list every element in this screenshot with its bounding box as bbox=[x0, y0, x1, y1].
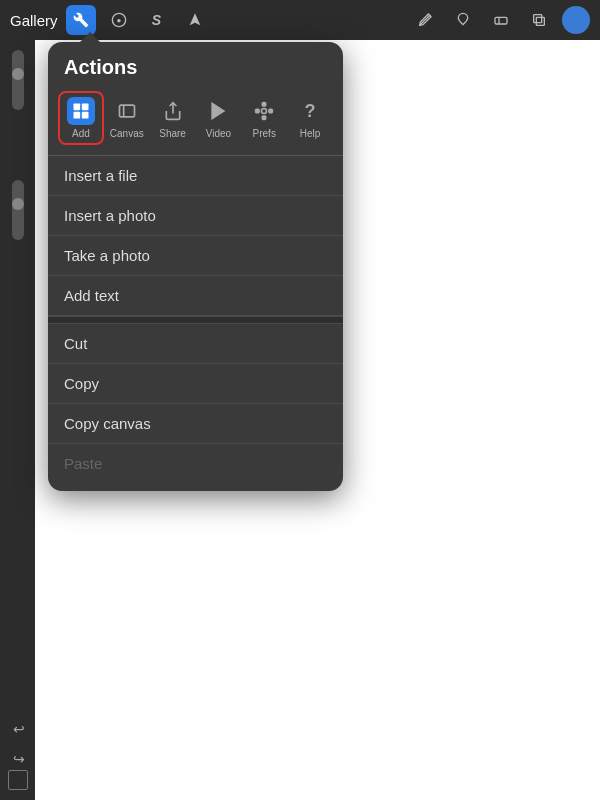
svg-rect-19 bbox=[269, 109, 272, 112]
actions-popup: Actions Add Canvas bbox=[48, 42, 343, 491]
video-tab-icon bbox=[204, 97, 232, 125]
tab-help[interactable]: ? Help bbox=[287, 91, 333, 145]
menu-item-take-photo[interactable]: Take a photo bbox=[48, 236, 343, 276]
menu-item-copy[interactable]: Copy bbox=[48, 364, 343, 404]
layer-thumbnail[interactable] bbox=[8, 770, 28, 790]
svg-rect-3 bbox=[495, 17, 507, 24]
svg-rect-7 bbox=[73, 104, 80, 111]
popup-tabs: Add Canvas Share bbox=[48, 89, 343, 155]
menu-section-gap bbox=[48, 316, 343, 324]
opacity-slider[interactable] bbox=[12, 180, 24, 240]
svg-rect-16 bbox=[263, 103, 266, 106]
svg-text:●: ● bbox=[116, 16, 121, 25]
prefs-tab-icon bbox=[250, 97, 278, 125]
prefs-tab-label: Prefs bbox=[253, 128, 276, 139]
popup-title: Actions bbox=[48, 42, 343, 89]
tab-prefs[interactable]: Prefs bbox=[241, 91, 287, 145]
redo-button[interactable]: ↪ bbox=[8, 748, 30, 770]
share-tab-icon bbox=[159, 97, 187, 125]
brush-icon[interactable]: ● bbox=[104, 5, 134, 35]
tab-add[interactable]: Add bbox=[58, 91, 104, 145]
tab-share[interactable]: Share bbox=[150, 91, 196, 145]
bottom-controls: ↩ ↪ bbox=[8, 718, 30, 770]
eyedropper-icon[interactable] bbox=[448, 5, 478, 35]
svg-rect-5 bbox=[534, 15, 542, 23]
menu-item-add-text[interactable]: Add text bbox=[48, 276, 343, 316]
wrench-icon[interactable] bbox=[66, 5, 96, 35]
left-sidebar bbox=[0, 40, 35, 800]
share-tab-label: Share bbox=[159, 128, 186, 139]
menu-item-paste: Paste bbox=[48, 444, 343, 483]
tab-canvas[interactable]: Canvas bbox=[104, 91, 150, 145]
svg-rect-6 bbox=[536, 17, 544, 25]
toolbar-right bbox=[410, 5, 590, 35]
help-tab-icon: ? bbox=[296, 97, 324, 125]
help-tab-label: Help bbox=[300, 128, 321, 139]
svg-rect-18 bbox=[256, 109, 259, 112]
gallery-label[interactable]: Gallery bbox=[10, 12, 58, 29]
svg-rect-8 bbox=[82, 104, 89, 111]
svg-rect-11 bbox=[119, 105, 134, 117]
brush-size-slider[interactable] bbox=[12, 50, 24, 110]
avatar[interactable] bbox=[562, 6, 590, 34]
svg-rect-10 bbox=[82, 112, 89, 119]
tab-video[interactable]: Video bbox=[195, 91, 241, 145]
toolbar-left: Gallery ● S bbox=[10, 5, 210, 35]
svg-marker-14 bbox=[213, 104, 225, 119]
menu-item-insert-file[interactable]: Insert a file bbox=[48, 156, 343, 196]
menu-item-insert-photo[interactable]: Insert a photo bbox=[48, 196, 343, 236]
canvas-tab-label: Canvas bbox=[110, 128, 144, 139]
pencil-tool-icon[interactable] bbox=[410, 5, 440, 35]
undo-button[interactable]: ↩ bbox=[8, 718, 30, 740]
svg-line-2 bbox=[420, 15, 431, 26]
add-tab-label: Add bbox=[72, 128, 90, 139]
canvas-tab-icon bbox=[113, 97, 141, 125]
svg-rect-9 bbox=[73, 112, 80, 119]
menu-item-copy-canvas[interactable]: Copy canvas bbox=[48, 404, 343, 444]
cursor-icon[interactable] bbox=[180, 5, 210, 35]
add-tab-icon bbox=[67, 97, 95, 125]
svg-point-15 bbox=[262, 109, 267, 114]
video-tab-label: Video bbox=[206, 128, 231, 139]
layers-icon[interactable] bbox=[524, 5, 554, 35]
svg-rect-17 bbox=[263, 116, 266, 119]
stylus-icon[interactable]: S bbox=[142, 5, 172, 35]
eraser-icon[interactable] bbox=[486, 5, 516, 35]
menu-item-cut[interactable]: Cut bbox=[48, 324, 343, 364]
